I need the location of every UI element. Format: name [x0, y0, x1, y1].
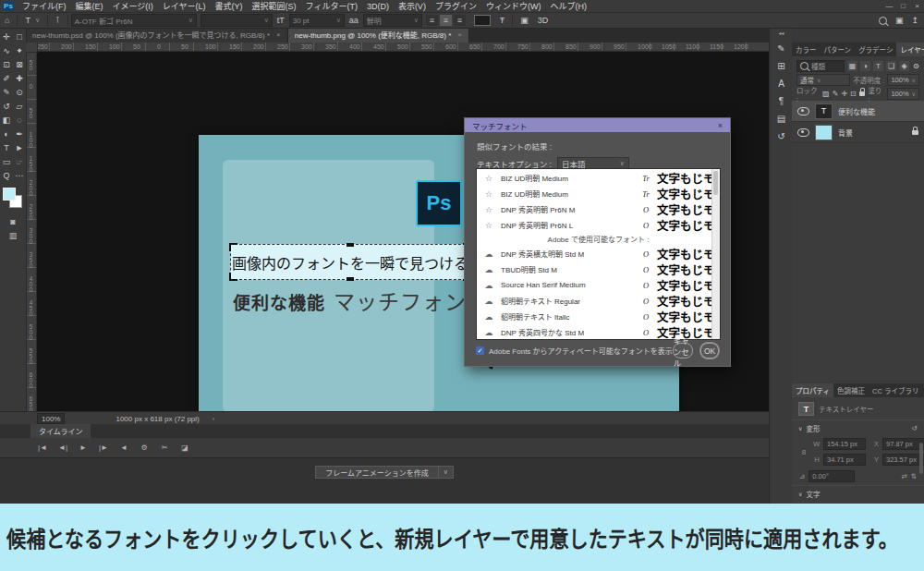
edit-toolbar-icon[interactable]: ⋯ [13, 168, 26, 182]
toggle-panels-icon[interactable]: ▣ [516, 16, 533, 25]
dialog-title-bar[interactable]: マッチフォント × [465, 118, 730, 132]
minimize-icon[interactable]: — [882, 2, 896, 10]
previous-frame-button[interactable]: ◄| [54, 443, 72, 452]
layer-visibility-eye-icon[interactable] [797, 107, 809, 115]
fill-select[interactable]: 100% ∨ [887, 88, 919, 100]
menu-item[interactable]: ヘルプ(H) [545, 0, 591, 12]
text-orientation-icon[interactable]: ⊺ [51, 16, 65, 25]
collapse-section-icon[interactable]: ∨ [798, 425, 802, 431]
quick-mask-icon[interactable]: ◙ [10, 217, 15, 226]
y-field[interactable]: 323.57 px [882, 454, 924, 466]
menu-item[interactable]: 編集(E) [71, 0, 108, 12]
marquee-tool-icon[interactable]: □ [13, 30, 26, 43]
font-list-item[interactable]: ☁ DNP 秀英横太明朝 Std M O 文字もじモジ [477, 245, 720, 261]
dialog-close-icon[interactable]: × [718, 121, 723, 130]
cloud-download-icon[interactable]: ☁ [477, 265, 501, 274]
zoom-tool-icon[interactable]: Q [0, 168, 13, 182]
timeline-tab[interactable]: タイムライン [30, 424, 91, 438]
crop-tool-icon[interactable]: ⊡ [0, 57, 13, 71]
align-right-icon[interactable]: ≡ [454, 15, 466, 26]
filter-adjustment-layers-icon[interactable]: ◑ [860, 61, 870, 71]
link-dimensions-icon[interactable]: 8 [799, 448, 808, 456]
panel-tab[interactable]: 色調補正 [833, 383, 869, 397]
align-center-icon[interactable]: ≡ [440, 15, 452, 26]
selection-handle[interactable] [346, 243, 354, 247]
workspace-icon[interactable]: ▣ [895, 16, 904, 25]
show-adobe-fonts-checkbox[interactable]: ✓ [476, 346, 484, 355]
ok-button[interactable]: OK [700, 343, 719, 358]
selection-handle[interactable] [229, 243, 237, 251]
flip-horizontal-icon[interactable]: ⇄ [901, 472, 906, 480]
menu-item[interactable]: イメージ(I) [108, 0, 158, 12]
selection-handle[interactable] [346, 277, 354, 281]
text-color-swatch[interactable] [474, 15, 491, 26]
lock-all-icon[interactable] [859, 91, 866, 96]
font-style-select[interactable]: ∨ [201, 14, 273, 27]
paragraph-icon[interactable]: ¶ [770, 92, 793, 110]
healing-brush-tool-icon[interactable]: ✚ [13, 71, 26, 85]
tab-close-icon[interactable]: × [457, 30, 462, 39]
collapse-section-icon[interactable]: ∨ [798, 491, 802, 497]
menu-item[interactable]: フィルター(T) [301, 0, 362, 12]
filter-shape-layers-icon[interactable]: ❏ [886, 61, 896, 71]
panel-tab[interactable]: カラー [792, 43, 821, 56]
lock-artboard-icon[interactable]: ⊡ [850, 90, 857, 98]
dodge-tool-icon[interactable]: ◐ [0, 127, 13, 140]
cloud-download-icon[interactable]: ☁ [477, 249, 501, 259]
lock-transparent-pixels-icon[interactable]: ▨ [822, 90, 830, 98]
brush-settings-icon[interactable]: ✎ [770, 40, 793, 57]
font-list-item[interactable]: ☁ 貂明朝テキスト Regular O 文字もじモジ [477, 292, 720, 308]
foreground-color-swatch[interactable] [3, 188, 16, 200]
panel-tab[interactable]: レイヤー [896, 43, 924, 56]
split-button[interactable]: ✂ [155, 443, 174, 452]
frame-tool-icon[interactable]: ⊠ [13, 57, 26, 71]
pen-tool-icon[interactable]: ✒ [13, 127, 26, 140]
font-list-scrollbar[interactable] [711, 169, 720, 339]
text-selection-box[interactable]: 画像内のフォントを一瞬で見つける [230, 244, 470, 280]
panel-tab[interactable]: パターン [821, 43, 856, 56]
lock-position-icon[interactable]: ✛ [841, 90, 847, 98]
opacity-select[interactable]: 100% ∨ [887, 74, 919, 86]
favorite-star-icon[interactable]: ☆ [477, 205, 501, 214]
share-icon[interactable]: ↥ [911, 16, 918, 25]
favorite-star-icon[interactable]: ☆ [477, 174, 501, 183]
blur-tool-icon[interactable]: ◌ [13, 113, 26, 127]
panel-tab[interactable]: グラデーシ [855, 43, 896, 56]
panel-tab[interactable]: CC ライブラリ [869, 383, 922, 397]
font-list-item[interactable]: ☁ 貂明朝テキスト Italic O 文字もじモジ [477, 308, 720, 323]
history-icon[interactable]: ↺ [770, 128, 793, 145]
panel-tab[interactable]: プロパティ [792, 383, 833, 397]
path-selection-tool-icon[interactable]: ► [13, 140, 26, 154]
libraries-icon[interactable]: ▤ [770, 110, 793, 128]
align-left-icon[interactable]: ≡ [426, 15, 438, 26]
search-icon[interactable] [879, 17, 887, 25]
collapse-panels-icon[interactable]: ◂◂ [778, 27, 784, 40]
layer-filter-search[interactable]: 種類 [796, 60, 845, 72]
type-tool-preset-icon[interactable]: T [20, 16, 35, 25]
filter-pixel-layers-icon[interactable]: ▦ [847, 61, 857, 71]
cloud-download-icon[interactable]: ☁ [477, 312, 501, 322]
menu-item[interactable]: ファイル(F) [18, 0, 71, 12]
tab-close-icon[interactable]: × [276, 30, 281, 39]
flip-vertical-icon[interactable]: ⇅ [911, 472, 917, 480]
cloud-download-icon[interactable]: ☁ [477, 328, 501, 337]
reset-transform-icon[interactable]: ↺ [912, 424, 918, 432]
chevron-down-icon[interactable]: ∨ [439, 466, 454, 479]
restore-icon[interactable]: □ [896, 2, 910, 10]
status-options-chevron-icon[interactable]: › [213, 415, 215, 423]
menu-item[interactable]: 選択範囲(S) [248, 0, 301, 12]
gradient-tool-icon[interactable]: ◧ [0, 113, 13, 127]
font-family-select[interactable]: A-OTF 新ゴ Pr6N∨ [71, 14, 197, 27]
audio-button[interactable]: ◄ [115, 443, 133, 452]
3d-button[interactable]: 3D [533, 16, 553, 25]
layer-name[interactable]: 便利な機能 [838, 106, 875, 116]
clone-stamp-tool-icon[interactable]: ⊙ [13, 85, 26, 99]
play-button[interactable]: ► [74, 443, 92, 452]
first-frame-button[interactable]: |◄ [33, 443, 52, 452]
menu-item[interactable]: プラグイン [431, 0, 481, 12]
rectangle-tool-icon[interactable]: ▭ [0, 154, 13, 168]
rotation-field[interactable]: 0.00° [808, 470, 855, 482]
width-field[interactable]: 154.15 px [823, 438, 866, 450]
tool-preset-chevron-icon[interactable]: ∨ [35, 17, 44, 24]
layer-visibility-eye-icon[interactable] [797, 128, 809, 137]
